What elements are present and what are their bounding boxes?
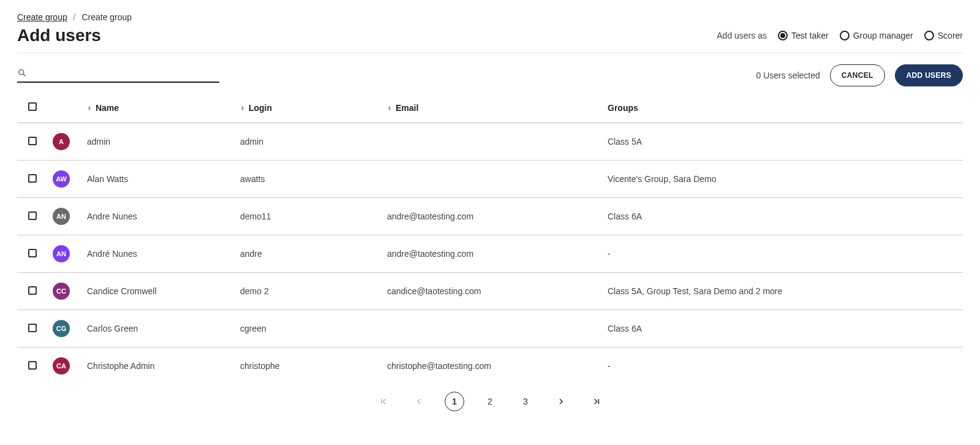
select-all-checkbox[interactable] bbox=[28, 102, 37, 111]
cell-login: andre bbox=[235, 235, 382, 273]
row-checkbox[interactable] bbox=[28, 174, 37, 183]
add-users-button[interactable]: ADD USERS bbox=[895, 64, 963, 86]
table-row: CAChristophe Adminchristophechristophe@t… bbox=[17, 348, 963, 384]
avatar: AN bbox=[53, 208, 70, 225]
cell-email: christophe@taotesting.com bbox=[382, 348, 603, 384]
search-field[interactable] bbox=[17, 68, 219, 83]
cell-email bbox=[382, 161, 603, 198]
cell-email bbox=[382, 123, 603, 161]
cell-login: awatts bbox=[235, 161, 382, 198]
col-groups: Groups bbox=[603, 95, 963, 123]
avatar: A bbox=[53, 133, 70, 150]
cell-login: demo11 bbox=[235, 198, 382, 235]
avatar: AW bbox=[53, 170, 70, 188]
col-name: Name bbox=[96, 103, 119, 113]
page-3[interactable]: 3 bbox=[516, 392, 535, 411]
cell-name: Alan Watts bbox=[82, 161, 235, 198]
cancel-button[interactable]: CANCEL bbox=[830, 64, 885, 86]
page-next-icon[interactable] bbox=[551, 392, 571, 411]
role-selector: Add users as Test taker Group manager Sc… bbox=[717, 31, 963, 40]
cell-login: cgreen bbox=[235, 310, 382, 348]
breadcrumb-current: Create group bbox=[81, 12, 132, 22]
divider bbox=[17, 53, 963, 53]
cell-email: andre@taotesting.com bbox=[382, 198, 603, 235]
cell-groups: - bbox=[603, 348, 963, 384]
svg-line-1 bbox=[23, 74, 25, 76]
avatar: CG bbox=[53, 320, 70, 337]
cell-name: Candice Cromwell bbox=[82, 273, 235, 310]
page-1[interactable]: 1 bbox=[445, 392, 464, 411]
breadcrumb: Create group / Create group bbox=[17, 12, 963, 22]
avatar: AN bbox=[53, 245, 70, 262]
cell-groups: Vicente's Group, Sara Demo bbox=[603, 161, 963, 198]
cell-email: andre@taotesting.com bbox=[382, 235, 603, 273]
radio-icon bbox=[840, 31, 850, 40]
page-prev-icon[interactable] bbox=[409, 392, 429, 411]
users-table-scroll[interactable]: ▲▼Name ▲▼Login ▲▼Email Groups Aadminadmi… bbox=[17, 95, 963, 383]
page-last-icon[interactable] bbox=[587, 392, 606, 411]
search-icon bbox=[17, 68, 27, 78]
cell-groups: Class 6A bbox=[603, 310, 963, 348]
cell-login: admin bbox=[235, 123, 382, 161]
pagination: 1 2 3 bbox=[17, 383, 963, 420]
cell-name: Andre Nunes bbox=[82, 198, 235, 235]
cell-name: Carlos Green bbox=[82, 310, 235, 348]
radio-label: Scorer bbox=[938, 31, 963, 40]
table-row: ANAndre Nunesdemo11andre@taotesting.comC… bbox=[17, 198, 963, 235]
table-row: ANAndré Nunesandreandre@taotesting.com- bbox=[17, 235, 963, 273]
radio-test-taker[interactable]: Test taker bbox=[778, 31, 829, 40]
radio-icon bbox=[778, 31, 788, 40]
cell-groups: Class 5A bbox=[603, 123, 963, 161]
cell-groups: Class 6A bbox=[603, 198, 963, 235]
row-checkbox[interactable] bbox=[28, 211, 37, 220]
radio-icon bbox=[924, 31, 934, 40]
avatar: CC bbox=[53, 283, 70, 300]
breadcrumb-link-create-group[interactable]: Create group bbox=[17, 12, 67, 22]
row-checkbox[interactable] bbox=[28, 361, 37, 370]
cell-login: demo 2 bbox=[235, 273, 382, 310]
cell-name: admin bbox=[82, 123, 235, 161]
col-email: Email bbox=[396, 103, 418, 113]
table-row: CCCandice Cromwelldemo 2candice@taotesti… bbox=[17, 273, 963, 310]
search-input[interactable] bbox=[32, 68, 219, 78]
cell-name: Christophe Admin bbox=[82, 348, 235, 384]
radio-label: Test taker bbox=[791, 31, 829, 40]
users-table: ▲▼Name ▲▼Login ▲▼Email Groups Aadminadmi… bbox=[17, 95, 963, 383]
col-login: Login bbox=[249, 103, 272, 113]
table-row: AWAlan WattsawattsVicente's Group, Sara … bbox=[17, 161, 963, 198]
selected-count: 0 Users selected bbox=[756, 70, 820, 80]
radio-group-manager[interactable]: Group manager bbox=[840, 31, 913, 40]
avatar: CA bbox=[53, 357, 70, 375]
page-first-icon[interactable] bbox=[374, 392, 393, 411]
sort-icon[interactable]: ▲▼ bbox=[240, 106, 245, 111]
role-label: Add users as bbox=[717, 31, 767, 40]
radio-label: Group manager bbox=[853, 31, 913, 40]
table-row: AadminadminClass 5A bbox=[17, 123, 963, 161]
cell-name: André Nunes bbox=[82, 235, 235, 273]
cell-groups: Class 5A, Group Test, Sara Demo and 2 mo… bbox=[603, 273, 963, 310]
row-checkbox[interactable] bbox=[28, 249, 37, 257]
sort-icon[interactable]: ▲▼ bbox=[387, 106, 392, 111]
page-2[interactable]: 2 bbox=[480, 392, 500, 411]
cell-groups: - bbox=[603, 235, 963, 273]
sort-icon[interactable]: ▲▼ bbox=[87, 106, 92, 111]
row-checkbox[interactable] bbox=[28, 286, 37, 295]
table-row: CGCarlos GreencgreenClass 6A bbox=[17, 310, 963, 348]
radio-scorer[interactable]: Scorer bbox=[924, 31, 963, 40]
svg-point-0 bbox=[19, 70, 24, 75]
cell-email: candice@taotesting.com bbox=[382, 273, 603, 310]
row-checkbox[interactable] bbox=[28, 137, 37, 145]
cell-login: christophe bbox=[235, 348, 382, 384]
page-title: Add users bbox=[17, 26, 101, 45]
breadcrumb-separator: / bbox=[74, 12, 76, 22]
cell-email bbox=[382, 310, 603, 348]
row-checkbox[interactable] bbox=[28, 324, 37, 332]
